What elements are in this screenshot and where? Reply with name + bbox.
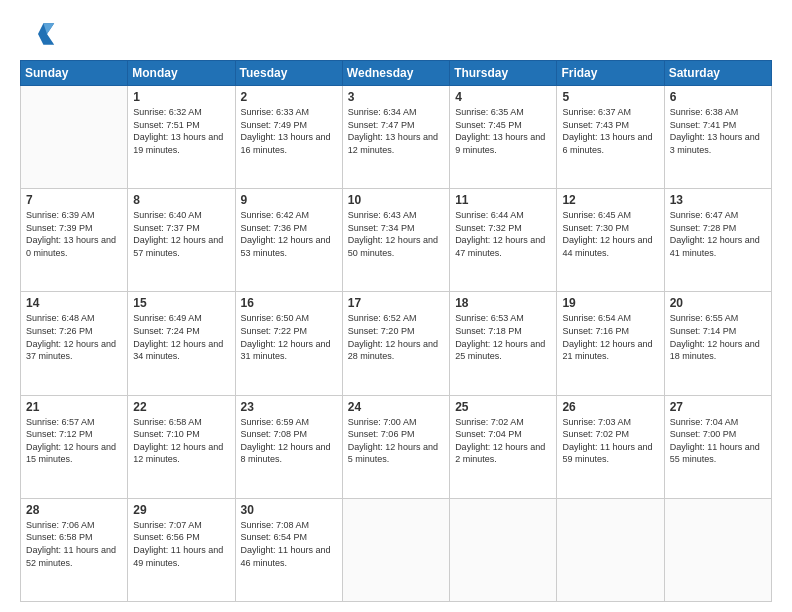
day-info: Sunrise: 7:02 AMSunset: 7:04 PMDaylight:… [455, 416, 551, 466]
weekday-header-thursday: Thursday [450, 61, 557, 86]
day-info: Sunrise: 6:57 AMSunset: 7:12 PMDaylight:… [26, 416, 122, 466]
logo [20, 16, 60, 52]
day-info: Sunrise: 6:45 AMSunset: 7:30 PMDaylight:… [562, 209, 658, 259]
day-number: 29 [133, 503, 229, 517]
logo-icon [20, 16, 56, 52]
day-info: Sunrise: 6:40 AMSunset: 7:37 PMDaylight:… [133, 209, 229, 259]
weekday-header-monday: Monday [128, 61, 235, 86]
calendar-cell: 22Sunrise: 6:58 AMSunset: 7:10 PMDayligh… [128, 395, 235, 498]
calendar-cell: 7Sunrise: 6:39 AMSunset: 7:39 PMDaylight… [21, 189, 128, 292]
calendar-cell: 12Sunrise: 6:45 AMSunset: 7:30 PMDayligh… [557, 189, 664, 292]
header [20, 16, 772, 52]
day-info: Sunrise: 7:03 AMSunset: 7:02 PMDaylight:… [562, 416, 658, 466]
weekday-header-wednesday: Wednesday [342, 61, 449, 86]
weekday-header-saturday: Saturday [664, 61, 771, 86]
calendar-cell: 4Sunrise: 6:35 AMSunset: 7:45 PMDaylight… [450, 86, 557, 189]
day-number: 28 [26, 503, 122, 517]
day-info: Sunrise: 6:50 AMSunset: 7:22 PMDaylight:… [241, 312, 337, 362]
day-number: 14 [26, 296, 122, 310]
day-number: 4 [455, 90, 551, 104]
calendar-cell: 18Sunrise: 6:53 AMSunset: 7:18 PMDayligh… [450, 292, 557, 395]
calendar-header-row: SundayMondayTuesdayWednesdayThursdayFrid… [21, 61, 772, 86]
calendar-cell: 23Sunrise: 6:59 AMSunset: 7:08 PMDayligh… [235, 395, 342, 498]
day-number: 8 [133, 193, 229, 207]
day-info: Sunrise: 6:55 AMSunset: 7:14 PMDaylight:… [670, 312, 766, 362]
calendar-cell: 9Sunrise: 6:42 AMSunset: 7:36 PMDaylight… [235, 189, 342, 292]
day-info: Sunrise: 7:00 AMSunset: 7:06 PMDaylight:… [348, 416, 444, 466]
day-info: Sunrise: 7:06 AMSunset: 6:58 PMDaylight:… [26, 519, 122, 569]
calendar-week-4: 21Sunrise: 6:57 AMSunset: 7:12 PMDayligh… [21, 395, 772, 498]
day-info: Sunrise: 6:47 AMSunset: 7:28 PMDaylight:… [670, 209, 766, 259]
day-number: 30 [241, 503, 337, 517]
calendar-week-1: 1Sunrise: 6:32 AMSunset: 7:51 PMDaylight… [21, 86, 772, 189]
day-number: 27 [670, 400, 766, 414]
day-info: Sunrise: 6:37 AMSunset: 7:43 PMDaylight:… [562, 106, 658, 156]
weekday-header-friday: Friday [557, 61, 664, 86]
day-info: Sunrise: 6:32 AMSunset: 7:51 PMDaylight:… [133, 106, 229, 156]
day-number: 10 [348, 193, 444, 207]
day-info: Sunrise: 6:38 AMSunset: 7:41 PMDaylight:… [670, 106, 766, 156]
day-info: Sunrise: 6:59 AMSunset: 7:08 PMDaylight:… [241, 416, 337, 466]
day-number: 1 [133, 90, 229, 104]
day-info: Sunrise: 6:43 AMSunset: 7:34 PMDaylight:… [348, 209, 444, 259]
calendar-cell: 30Sunrise: 7:08 AMSunset: 6:54 PMDayligh… [235, 498, 342, 601]
day-number: 21 [26, 400, 122, 414]
day-number: 3 [348, 90, 444, 104]
calendar-cell: 11Sunrise: 6:44 AMSunset: 7:32 PMDayligh… [450, 189, 557, 292]
calendar-cell: 2Sunrise: 6:33 AMSunset: 7:49 PMDaylight… [235, 86, 342, 189]
calendar-cell: 3Sunrise: 6:34 AMSunset: 7:47 PMDaylight… [342, 86, 449, 189]
day-info: Sunrise: 7:07 AMSunset: 6:56 PMDaylight:… [133, 519, 229, 569]
day-info: Sunrise: 6:33 AMSunset: 7:49 PMDaylight:… [241, 106, 337, 156]
day-number: 5 [562, 90, 658, 104]
day-info: Sunrise: 6:39 AMSunset: 7:39 PMDaylight:… [26, 209, 122, 259]
day-info: Sunrise: 6:44 AMSunset: 7:32 PMDaylight:… [455, 209, 551, 259]
day-number: 6 [670, 90, 766, 104]
day-number: 20 [670, 296, 766, 310]
day-number: 18 [455, 296, 551, 310]
calendar-cell: 15Sunrise: 6:49 AMSunset: 7:24 PMDayligh… [128, 292, 235, 395]
day-number: 12 [562, 193, 658, 207]
calendar-cell: 19Sunrise: 6:54 AMSunset: 7:16 PMDayligh… [557, 292, 664, 395]
day-info: Sunrise: 6:53 AMSunset: 7:18 PMDaylight:… [455, 312, 551, 362]
calendar-cell: 20Sunrise: 6:55 AMSunset: 7:14 PMDayligh… [664, 292, 771, 395]
calendar-cell [21, 86, 128, 189]
calendar-cell: 25Sunrise: 7:02 AMSunset: 7:04 PMDayligh… [450, 395, 557, 498]
day-info: Sunrise: 6:54 AMSunset: 7:16 PMDaylight:… [562, 312, 658, 362]
calendar-week-2: 7Sunrise: 6:39 AMSunset: 7:39 PMDaylight… [21, 189, 772, 292]
calendar-cell: 16Sunrise: 6:50 AMSunset: 7:22 PMDayligh… [235, 292, 342, 395]
page: SundayMondayTuesdayWednesdayThursdayFrid… [0, 0, 792, 612]
calendar-cell [450, 498, 557, 601]
calendar-week-5: 28Sunrise: 7:06 AMSunset: 6:58 PMDayligh… [21, 498, 772, 601]
calendar-cell: 27Sunrise: 7:04 AMSunset: 7:00 PMDayligh… [664, 395, 771, 498]
day-number: 15 [133, 296, 229, 310]
calendar-cell: 26Sunrise: 7:03 AMSunset: 7:02 PMDayligh… [557, 395, 664, 498]
day-number: 19 [562, 296, 658, 310]
day-info: Sunrise: 7:08 AMSunset: 6:54 PMDaylight:… [241, 519, 337, 569]
calendar-cell: 8Sunrise: 6:40 AMSunset: 7:37 PMDaylight… [128, 189, 235, 292]
day-info: Sunrise: 6:52 AMSunset: 7:20 PMDaylight:… [348, 312, 444, 362]
weekday-header-sunday: Sunday [21, 61, 128, 86]
day-info: Sunrise: 6:48 AMSunset: 7:26 PMDaylight:… [26, 312, 122, 362]
day-number: 11 [455, 193, 551, 207]
day-info: Sunrise: 6:58 AMSunset: 7:10 PMDaylight:… [133, 416, 229, 466]
calendar-cell [664, 498, 771, 601]
day-info: Sunrise: 7:04 AMSunset: 7:00 PMDaylight:… [670, 416, 766, 466]
day-number: 25 [455, 400, 551, 414]
calendar-cell: 29Sunrise: 7:07 AMSunset: 6:56 PMDayligh… [128, 498, 235, 601]
day-info: Sunrise: 6:34 AMSunset: 7:47 PMDaylight:… [348, 106, 444, 156]
day-number: 26 [562, 400, 658, 414]
calendar-cell [557, 498, 664, 601]
calendar-week-3: 14Sunrise: 6:48 AMSunset: 7:26 PMDayligh… [21, 292, 772, 395]
calendar-cell: 24Sunrise: 7:00 AMSunset: 7:06 PMDayligh… [342, 395, 449, 498]
calendar-table: SundayMondayTuesdayWednesdayThursdayFrid… [20, 60, 772, 602]
calendar-cell: 28Sunrise: 7:06 AMSunset: 6:58 PMDayligh… [21, 498, 128, 601]
day-number: 7 [26, 193, 122, 207]
calendar-cell: 10Sunrise: 6:43 AMSunset: 7:34 PMDayligh… [342, 189, 449, 292]
calendar-cell: 1Sunrise: 6:32 AMSunset: 7:51 PMDaylight… [128, 86, 235, 189]
day-number: 2 [241, 90, 337, 104]
calendar-cell: 6Sunrise: 6:38 AMSunset: 7:41 PMDaylight… [664, 86, 771, 189]
calendar-cell: 13Sunrise: 6:47 AMSunset: 7:28 PMDayligh… [664, 189, 771, 292]
calendar-cell: 5Sunrise: 6:37 AMSunset: 7:43 PMDaylight… [557, 86, 664, 189]
day-number: 17 [348, 296, 444, 310]
weekday-header-tuesday: Tuesday [235, 61, 342, 86]
